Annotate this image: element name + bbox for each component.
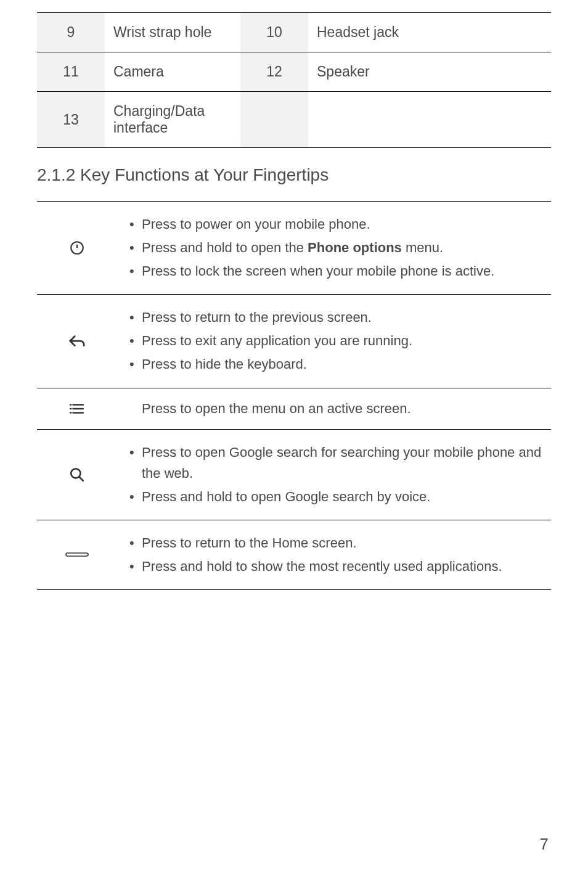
svg-rect-10 [66,553,88,556]
list-item: Press to return to the previous screen. [127,307,545,328]
spec-num: 10 [240,13,308,52]
list-item: Press and hold to show the most recently… [127,556,545,577]
function-description: Press to return to the previous screen. … [117,295,551,388]
home-icon [37,520,117,589]
list-item: Press and hold to open the Phone options… [127,237,545,258]
spec-table: 9 Wrist strap hole 10 Headset jack 11 Ca… [37,12,551,148]
spec-num [240,92,308,148]
list-item: Press and hold to open Google search by … [127,486,545,507]
table-row: 9 Wrist strap hole 10 Headset jack [37,13,551,52]
power-icon [37,202,117,295]
function-description: Press to power on your mobile phone. Pre… [117,202,551,295]
spec-num: 9 [37,13,105,52]
function-table: Press to power on your mobile phone. Pre… [37,201,551,590]
table-row: Press to open the menu on an active scre… [37,388,551,429]
table-row: 11 Camera 12 Speaker [37,52,551,92]
list-item: Press to power on your mobile phone. [127,214,545,235]
spec-label: Headset jack [308,13,551,52]
page-number: 7 [540,835,549,854]
spec-label: Speaker [308,52,551,92]
function-description: Press to return to the Home screen. Pres… [117,520,551,589]
function-description: Press to open the menu on an active scre… [117,388,551,429]
spec-label [308,92,551,148]
list-item: Press to lock the screen when your mobil… [127,261,545,282]
svg-line-9 [79,477,83,481]
table-row: Press to return to the previous screen. … [37,295,551,388]
menu-icon [37,388,117,429]
list-item: Press to open the menu on an active scre… [123,398,545,419]
section-heading: 2.1.2 Key Functions at Your Fingertips [37,165,551,185]
search-icon [37,429,117,520]
spec-label: Wrist strap hole [105,13,240,52]
spec-label: Charging/Data interface [105,92,240,148]
spec-num: 12 [240,52,308,92]
spec-num: 13 [37,92,105,148]
list-item: Press to exit any application you are ru… [127,330,545,351]
table-row: Press to power on your mobile phone. Pre… [37,202,551,295]
table-row: Press to open Google search for searchin… [37,429,551,520]
list-item: Press to return to the Home screen. [127,533,545,554]
list-item: Press to open Google search for searchin… [127,442,545,484]
spec-num: 11 [37,52,105,92]
back-icon [37,295,117,388]
table-row: Press to return to the Home screen. Pres… [37,520,551,589]
table-row: 13 Charging/Data interface [37,92,551,148]
function-description: Press to open Google search for searchin… [117,429,551,520]
spec-label: Camera [105,52,240,92]
list-item: Press to hide the keyboard. [127,354,545,375]
